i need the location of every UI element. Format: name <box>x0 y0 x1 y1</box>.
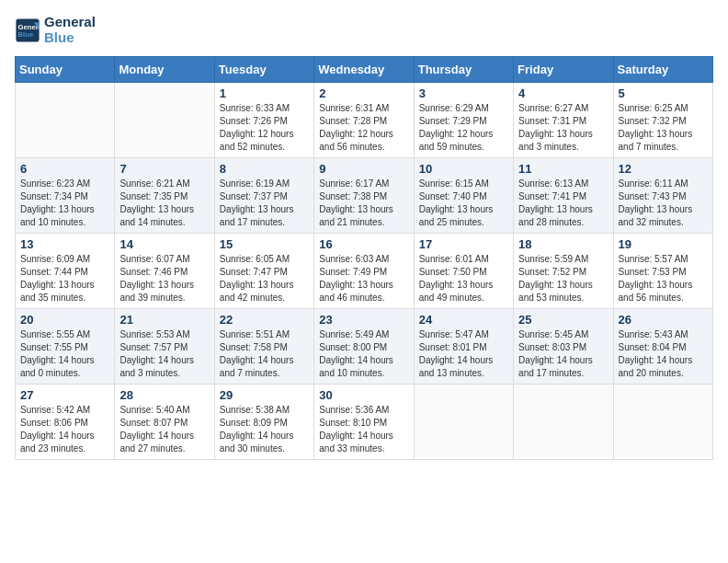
day-info: Sunrise: 5:49 AMSunset: 8:00 PMDaylight:… <box>319 328 408 380</box>
day-number: 18 <box>518 237 608 251</box>
day-info: Sunrise: 6:15 AMSunset: 7:40 PMDaylight:… <box>419 178 508 229</box>
day-info: Sunrise: 5:55 AMSunset: 7:55 PMDaylight:… <box>20 328 109 380</box>
day-number: 4 <box>518 86 608 100</box>
day-info: Sunrise: 5:43 AMSunset: 8:04 PMDaylight:… <box>619 328 708 380</box>
day-number: 24 <box>419 313 508 327</box>
day-number: 3 <box>419 86 508 100</box>
calendar-week-2: 6Sunrise: 6:23 AMSunset: 7:34 PMDaylight… <box>16 158 713 234</box>
day-number: 6 <box>20 162 109 176</box>
day-info: Sunrise: 5:53 AMSunset: 7:57 PMDaylight:… <box>119 328 209 380</box>
day-info: Sunrise: 6:31 AMSunset: 7:28 PMDaylight:… <box>319 102 408 154</box>
calendar-day-14: 14Sunrise: 6:07 AMSunset: 7:46 PMDayligh… <box>115 234 214 309</box>
page-header: General Blue General Blue <box>15 15 713 45</box>
calendar-day-12: 12Sunrise: 6:11 AMSunset: 7:43 PMDayligh… <box>613 158 712 234</box>
logo-blue: Blue <box>44 30 96 46</box>
weekday-header-friday: Friday <box>514 57 613 83</box>
day-info: Sunrise: 6:21 AMSunset: 7:35 PMDaylight:… <box>119 178 209 229</box>
day-info: Sunrise: 6:13 AMSunset: 7:41 PMDaylight:… <box>518 178 608 229</box>
calendar-day-28: 28Sunrise: 5:40 AMSunset: 8:07 PMDayligh… <box>115 385 214 460</box>
calendar-day-15: 15Sunrise: 6:05 AMSunset: 7:47 PMDayligh… <box>214 234 313 309</box>
day-info: Sunrise: 6:01 AMSunset: 7:50 PMDaylight:… <box>419 253 508 304</box>
day-number: 26 <box>619 313 708 327</box>
day-number: 16 <box>319 237 408 251</box>
calendar-day-27: 27Sunrise: 5:42 AMSunset: 8:06 PMDayligh… <box>16 385 115 460</box>
day-info: Sunrise: 5:51 AMSunset: 7:58 PMDaylight:… <box>220 328 309 380</box>
calendar-day-25: 25Sunrise: 5:45 AMSunset: 8:03 PMDayligh… <box>514 309 613 385</box>
day-number: 23 <box>319 313 408 327</box>
day-number: 30 <box>319 388 408 402</box>
calendar-day-17: 17Sunrise: 6:01 AMSunset: 7:50 PMDayligh… <box>414 234 513 309</box>
day-number: 12 <box>619 162 708 176</box>
calendar-day-2: 2Sunrise: 6:31 AMSunset: 7:28 PMDaylight… <box>314 83 414 158</box>
empty-cell <box>613 385 712 460</box>
calendar-table: SundayMondayTuesdayWednesdayThursdayFrid… <box>15 56 713 460</box>
weekday-header-saturday: Saturday <box>613 57 712 83</box>
day-info: Sunrise: 6:09 AMSunset: 7:44 PMDaylight:… <box>20 253 109 304</box>
day-number: 13 <box>20 237 109 251</box>
day-info: Sunrise: 6:23 AMSunset: 7:34 PMDaylight:… <box>20 178 109 229</box>
weekday-header-wednesday: Wednesday <box>314 57 414 83</box>
calendar-day-6: 6Sunrise: 6:23 AMSunset: 7:34 PMDaylight… <box>16 158 115 234</box>
calendar-day-21: 21Sunrise: 5:53 AMSunset: 7:57 PMDayligh… <box>115 309 214 385</box>
day-info: Sunrise: 5:40 AMSunset: 8:07 PMDaylight:… <box>119 404 209 455</box>
calendar-day-24: 24Sunrise: 5:47 AMSunset: 8:01 PMDayligh… <box>414 309 513 385</box>
calendar-day-10: 10Sunrise: 6:15 AMSunset: 7:40 PMDayligh… <box>414 158 513 234</box>
day-info: Sunrise: 5:42 AMSunset: 8:06 PMDaylight:… <box>20 404 109 455</box>
day-number: 15 <box>220 237 309 251</box>
calendar-day-8: 8Sunrise: 6:19 AMSunset: 7:37 PMDaylight… <box>214 158 313 234</box>
day-number: 27 <box>20 388 109 402</box>
day-number: 9 <box>319 162 408 176</box>
day-number: 28 <box>119 388 209 402</box>
logo-general: General <box>44 15 96 30</box>
day-info: Sunrise: 5:57 AMSunset: 7:53 PMDaylight:… <box>619 253 708 304</box>
day-info: Sunrise: 6:19 AMSunset: 7:37 PMDaylight:… <box>220 178 309 229</box>
calendar-day-16: 16Sunrise: 6:03 AMSunset: 7:49 PMDayligh… <box>314 234 414 309</box>
calendar-week-1: 1Sunrise: 6:33 AMSunset: 7:26 PMDaylight… <box>16 83 713 158</box>
day-info: Sunrise: 6:29 AMSunset: 7:29 PMDaylight:… <box>419 102 508 154</box>
calendar-day-19: 19Sunrise: 5:57 AMSunset: 7:53 PMDayligh… <box>613 234 712 309</box>
logo-icon: General Blue <box>15 17 40 43</box>
day-info: Sunrise: 5:45 AMSunset: 8:03 PMDaylight:… <box>518 328 608 380</box>
day-info: Sunrise: 6:03 AMSunset: 7:49 PMDaylight:… <box>319 253 408 304</box>
calendar-day-29: 29Sunrise: 5:38 AMSunset: 8:09 PMDayligh… <box>214 385 313 460</box>
day-number: 19 <box>619 237 708 251</box>
empty-cell <box>514 385 613 460</box>
calendar-day-20: 20Sunrise: 5:55 AMSunset: 7:55 PMDayligh… <box>16 309 115 385</box>
calendar-day-5: 5Sunrise: 6:25 AMSunset: 7:32 PMDaylight… <box>613 83 712 158</box>
day-info: Sunrise: 6:07 AMSunset: 7:46 PMDaylight:… <box>119 253 209 304</box>
day-info: Sunrise: 6:17 AMSunset: 7:38 PMDaylight:… <box>319 178 408 229</box>
day-number: 5 <box>619 86 708 100</box>
weekday-header-sunday: Sunday <box>16 57 115 83</box>
calendar-day-1: 1Sunrise: 6:33 AMSunset: 7:26 PMDaylight… <box>214 83 313 158</box>
calendar-week-3: 13Sunrise: 6:09 AMSunset: 7:44 PMDayligh… <box>16 234 713 309</box>
calendar-day-13: 13Sunrise: 6:09 AMSunset: 7:44 PMDayligh… <box>16 234 115 309</box>
day-info: Sunrise: 6:33 AMSunset: 7:26 PMDaylight:… <box>220 102 309 154</box>
svg-text:Blue: Blue <box>18 30 34 39</box>
calendar-week-5: 27Sunrise: 5:42 AMSunset: 8:06 PMDayligh… <box>16 385 713 460</box>
day-number: 10 <box>419 162 508 176</box>
day-number: 25 <box>518 313 608 327</box>
weekday-header-tuesday: Tuesday <box>214 57 313 83</box>
day-number: 11 <box>518 162 608 176</box>
calendar-week-4: 20Sunrise: 5:55 AMSunset: 7:55 PMDayligh… <box>16 309 713 385</box>
day-number: 14 <box>119 237 209 251</box>
empty-cell <box>414 385 513 460</box>
day-number: 7 <box>119 162 209 176</box>
calendar-day-9: 9Sunrise: 6:17 AMSunset: 7:38 PMDaylight… <box>314 158 414 234</box>
day-number: 22 <box>220 313 309 327</box>
day-info: Sunrise: 6:05 AMSunset: 7:47 PMDaylight:… <box>220 253 309 304</box>
calendar-day-7: 7Sunrise: 6:21 AMSunset: 7:35 PMDaylight… <box>115 158 214 234</box>
day-number: 21 <box>119 313 209 327</box>
day-number: 1 <box>220 86 309 100</box>
day-number: 2 <box>319 86 408 100</box>
calendar-day-26: 26Sunrise: 5:43 AMSunset: 8:04 PMDayligh… <box>613 309 712 385</box>
day-info: Sunrise: 5:38 AMSunset: 8:09 PMDaylight:… <box>220 404 309 455</box>
day-number: 8 <box>220 162 309 176</box>
day-info: Sunrise: 6:27 AMSunset: 7:31 PMDaylight:… <box>518 102 608 154</box>
day-info: Sunrise: 5:59 AMSunset: 7:52 PMDaylight:… <box>518 253 608 304</box>
calendar-day-18: 18Sunrise: 5:59 AMSunset: 7:52 PMDayligh… <box>514 234 613 309</box>
weekday-header-monday: Monday <box>115 57 214 83</box>
weekday-header-thursday: Thursday <box>414 57 513 83</box>
day-info: Sunrise: 5:47 AMSunset: 8:01 PMDaylight:… <box>419 328 508 380</box>
weekday-header-row: SundayMondayTuesdayWednesdayThursdayFrid… <box>16 57 713 83</box>
